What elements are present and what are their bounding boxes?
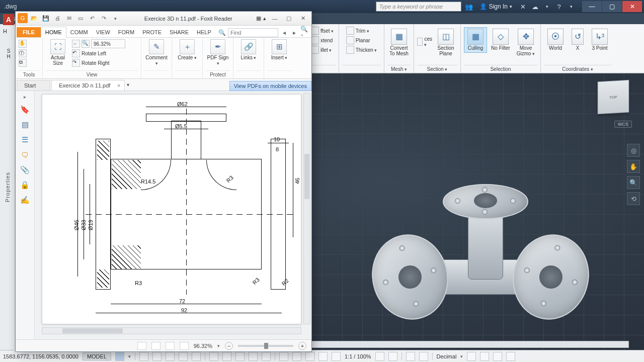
tab-form[interactable]: FORM <box>114 27 138 37</box>
close-button[interactable]: ✕ <box>622 1 642 12</box>
rotate-left-button[interactable]: ↶Rotate Left <box>72 49 125 58</box>
mail-icon[interactable]: ✉ <box>64 14 74 24</box>
convert-to-mesh-button[interactable]: ▦Convert To Mesh <box>387 27 411 58</box>
annovis-icon[interactable] <box>388 352 397 361</box>
properties-panel-collapsed[interactable]: Properties <box>0 24 15 350</box>
pan-icon[interactable]: ✋ <box>627 160 640 173</box>
tab-share[interactable]: SHARE <box>166 27 193 37</box>
offset-button[interactable]: ffset <box>311 26 334 35</box>
mobile-promo-banner[interactable]: View PDFs on mobile devices <box>229 81 311 91</box>
a360-icon[interactable]: ☁ <box>530 2 539 11</box>
close-tab-icon[interactable]: × <box>117 82 120 88</box>
transparency-icon[interactable] <box>235 352 245 361</box>
status-drop[interactable]: ▾ <box>128 354 131 359</box>
gizmo-icon[interactable] <box>305 352 314 361</box>
steering-wheel-icon[interactable]: ◎ <box>627 144 640 157</box>
snap-icon[interactable] <box>139 352 148 361</box>
security-icon[interactable]: 🔒 <box>20 180 31 190</box>
minimize-button[interactable]: — <box>582 1 602 12</box>
qat-drop-icon[interactable]: ▾ <box>111 14 121 24</box>
filter-icon[interactable] <box>292 352 301 361</box>
tab-comment[interactable]: COMM <box>66 27 92 37</box>
annoscale-icon[interactable] <box>332 352 341 361</box>
links-button[interactable]: 🔗Links <box>236 39 261 61</box>
dropdown-icon[interactable]: ▾ <box>542 2 551 11</box>
wcs-badge[interactable]: WCS <box>614 121 632 128</box>
signin-button[interactable]: 👤 Sign In ▾ <box>476 3 515 10</box>
exchange-icon[interactable]: ✕ <box>518 2 527 11</box>
dynucs-icon[interactable] <box>279 352 288 361</box>
ribbon-mode-icon[interactable]: ▦ <box>256 15 261 22</box>
zoom-out-button[interactable]: －🔍96.32% <box>72 39 125 48</box>
3dosnap-icon[interactable] <box>262 352 271 361</box>
thicken-button[interactable]: Thicken <box>346 45 377 54</box>
no-filter-button[interactable]: ◇No Filter <box>489 27 512 53</box>
signatures-icon[interactable]: ✍ <box>20 195 31 205</box>
move-gizmo-button[interactable]: ✥Move Gizmo <box>514 27 537 58</box>
tab-overflow-icon[interactable]: ▾ <box>127 82 129 87</box>
find-next-icon[interactable]: ▸ <box>290 29 298 37</box>
print-icon[interactable]: 🖨 <box>52 13 62 23</box>
doc-tab-start[interactable]: Start <box>17 80 50 90</box>
tab-protect[interactable]: PROTE <box>138 27 166 37</box>
ribbon-min-icon[interactable]: ▴ <box>263 15 266 22</box>
actual-size-button[interactable]: ⛶Actual Size <box>46 39 70 66</box>
qp-icon[interactable] <box>467 352 476 361</box>
foxit-page-area[interactable]: Ø62 Ø5.5 R14.5 R3 10 8 46 Ø46 Ø33 Ø19 <box>35 91 311 339</box>
units-readout[interactable]: Decimal <box>437 353 457 359</box>
foxit-vertical-scrollbar[interactable] <box>303 93 310 324</box>
polar-icon[interactable] <box>166 352 175 361</box>
section-panel-label[interactable]: Section <box>417 65 457 73</box>
iso-clean-icon[interactable] <box>493 352 502 361</box>
customize-icon[interactable] <box>506 352 515 361</box>
otrack-icon[interactable] <box>192 352 201 361</box>
find-prev-icon[interactable]: ◂ <box>280 29 288 37</box>
help-drop-icon[interactable]: ▾ <box>567 2 576 11</box>
ws-icon[interactable] <box>375 352 384 361</box>
open-icon[interactable]: 📂 <box>29 14 39 24</box>
acad-search-input[interactable]: Type a keyword or phrase <box>376 2 461 12</box>
extend-button[interactable]: xtend <box>311 36 334 45</box>
annomon-icon[interactable] <box>318 352 328 361</box>
select-tool-button[interactable]: Ⓣ <box>19 49 27 58</box>
dyn-input-icon[interactable] <box>209 352 218 361</box>
undo-icon[interactable]: ↶ <box>87 14 97 24</box>
model-space-toggle[interactable]: MODEL <box>83 352 111 360</box>
section-plane-button[interactable]: ◫Section Plane <box>434 27 457 58</box>
hwaccel-icon[interactable] <box>406 352 415 361</box>
foxit-maximize-button[interactable]: ▢ <box>282 14 295 23</box>
home-tab-peek[interactable]: H <box>3 28 7 34</box>
layers-icon[interactable]: ☰ <box>20 135 31 145</box>
continuous-icon[interactable] <box>151 342 160 350</box>
cycling-icon[interactable] <box>249 352 258 361</box>
help-icon[interactable]: ? <box>554 2 564 11</box>
tab-home[interactable]: HOME <box>41 27 66 38</box>
viewport-scale[interactable]: 1:1 / 100% <box>345 353 371 359</box>
lock-ui-icon[interactable] <box>480 352 489 361</box>
find-input[interactable] <box>228 28 278 37</box>
zoom-slider[interactable] <box>238 345 293 347</box>
find-icon[interactable]: 🔍 <box>218 29 226 37</box>
doc-tab-file[interactable]: Exercice 3D n 11.pdf× <box>51 80 125 90</box>
attachments-icon[interactable]: 📎 <box>20 165 31 175</box>
x-axis-button[interactable]: ↺X <box>569 27 586 53</box>
zoom-drop-icon[interactable]: ▾ <box>217 343 220 348</box>
snapshot-button[interactable]: ⧉ <box>19 58 27 67</box>
osnap-icon[interactable] <box>179 352 188 361</box>
maximize-button[interactable]: ▢ <box>602 1 622 12</box>
zoom-in-icon[interactable]: + <box>298 342 306 350</box>
facing-icon[interactable] <box>166 342 175 350</box>
pages-icon[interactable]: ▤ <box>20 120 31 130</box>
continuous-facing-icon[interactable] <box>180 342 189 350</box>
foxit-close-button[interactable]: ✕ <box>296 14 309 23</box>
blank-icon[interactable]: ▭ <box>75 14 86 24</box>
coords-panel-label[interactable]: Coordinates <box>544 65 611 73</box>
bookmarks-icon[interactable]: 🔖 <box>20 105 31 115</box>
faces-button[interactable]: ces <box>417 37 432 46</box>
tab-help[interactable]: HELP <box>193 27 215 37</box>
ortho-icon[interactable] <box>152 352 162 361</box>
single-page-icon[interactable] <box>137 342 146 350</box>
orbit-icon[interactable]: ⟲ <box>627 192 640 205</box>
zoom-out-icon[interactable]: − <box>225 342 233 350</box>
lineweight-icon[interactable] <box>222 352 231 361</box>
